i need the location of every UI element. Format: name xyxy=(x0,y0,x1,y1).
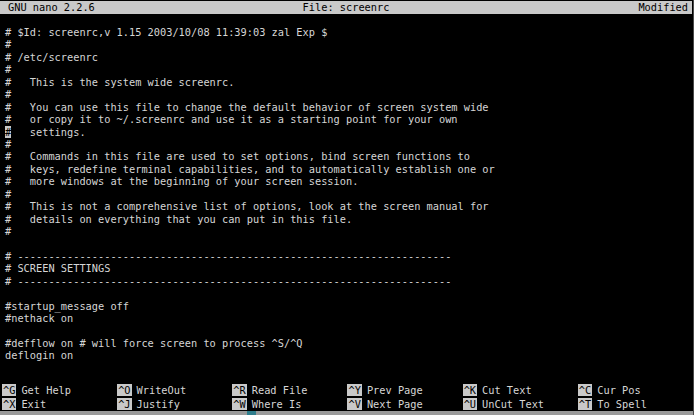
shortcut-item: ^VNext Page xyxy=(347,398,462,411)
shortcut-key-badge: ^J xyxy=(117,398,131,410)
editor-line[interactable]: # keys, redefine terminal capabilities, … xyxy=(5,163,693,175)
editor-line[interactable]: # --------------------------------------… xyxy=(5,250,693,262)
shortcut-label: To Spell xyxy=(597,398,647,410)
shortcut-key-badge: ^O xyxy=(117,384,131,396)
shortcut-label: Prev Page xyxy=(367,384,423,396)
file-title: File: screenrc xyxy=(0,1,692,13)
editor-line[interactable]: # settings. xyxy=(5,126,693,138)
editor-line[interactable]: # SCREEN SETTINGS xyxy=(5,262,693,274)
shortcut-label: Cur Pos xyxy=(597,384,640,396)
editor-line[interactable] xyxy=(5,325,693,337)
shortcut-key-badge: ^K xyxy=(463,384,477,396)
shortcut-label: Next Page xyxy=(367,398,423,410)
editor-line[interactable] xyxy=(5,287,693,299)
editor-line[interactable]: #defflow on # will force screen to proce… xyxy=(5,337,693,349)
shortcut-bar: ^GGet Help^OWriteOut^RRead File^YPrev Pa… xyxy=(2,384,693,411)
window-bottom-edge xyxy=(0,411,693,415)
shortcut-item: ^YPrev Page xyxy=(347,384,462,397)
shortcut-key-badge: ^X xyxy=(2,398,16,410)
shortcut-item: ^JJustify xyxy=(117,398,232,411)
shortcut-item: ^XExit xyxy=(2,398,117,411)
shortcut-key-badge: ^G xyxy=(2,384,16,396)
shortcut-label: Cut Text xyxy=(482,384,532,396)
editor-line[interactable] xyxy=(5,237,693,249)
editor-line[interactable]: # --------------------------------------… xyxy=(5,275,693,287)
editor-line[interactable]: # This is the system wide screenrc. xyxy=(5,76,693,88)
shortcut-item: ^TTo Spell xyxy=(578,398,693,411)
shortcut-item: ^KCut Text xyxy=(463,384,578,397)
shortcut-label: Exit xyxy=(21,398,46,410)
editor-line[interactable]: # xyxy=(5,88,693,100)
shortcut-key-badge: ^R xyxy=(232,384,246,396)
editor-line[interactable]: # xyxy=(5,188,693,200)
shortcut-key-badge: ^U xyxy=(463,398,477,410)
shortcut-label: Get Help xyxy=(21,384,71,396)
editor-line[interactable]: # or copy it to ~/.screenrc and use it a… xyxy=(5,113,693,125)
title-bar: GNU nano 2.2.6 File: screenrc Modified xyxy=(0,1,692,14)
shortcut-key-badge: ^Y xyxy=(347,384,361,396)
shortcut-label: UnCut Text xyxy=(482,398,544,410)
app-version-title: GNU nano 2.2.6 xyxy=(8,1,95,13)
editor-line[interactable]: # /etc/screenrc xyxy=(5,51,693,63)
editor-line[interactable]: # This is not a comprehensive list of op… xyxy=(5,200,693,212)
editor-area[interactable]: # $Id: screenrc,v 1.15 2003/10/08 11:39:… xyxy=(5,26,693,362)
shortcut-key-badge: ^C xyxy=(578,384,592,396)
bottom-edge-accent xyxy=(247,411,256,415)
shortcut-label: Read File xyxy=(252,384,308,396)
shortcut-key-badge: ^W xyxy=(232,398,246,410)
text-cursor: # xyxy=(5,126,11,138)
editor-line[interactable]: # xyxy=(5,63,693,75)
shortcut-key-badge: ^V xyxy=(347,398,361,410)
shortcut-label: Where Is xyxy=(252,398,302,410)
editor-line[interactable]: # xyxy=(5,38,693,50)
editor-line[interactable]: # xyxy=(5,225,693,237)
shortcut-item: ^UUnCut Text xyxy=(463,398,578,411)
editor-line[interactable]: # Commands in this file are used to set … xyxy=(5,150,693,162)
editor-line[interactable]: # $Id: screenrc,v 1.15 2003/10/08 11:39:… xyxy=(5,26,693,38)
editor-line[interactable]: # more windows at the beginning of your … xyxy=(5,175,693,187)
nano-terminal-window[interactable]: GNU nano 2.2.6 File: screenrc Modified #… xyxy=(0,0,694,415)
editor-line[interactable]: deflogin on xyxy=(5,349,693,361)
shortcut-label: Justify xyxy=(137,398,180,410)
editor-line[interactable]: # details on everything that you can put… xyxy=(5,213,693,225)
shortcut-key-badge: ^T xyxy=(578,398,592,410)
editor-line[interactable]: # xyxy=(5,138,693,150)
editor-line[interactable]: # You can use this file to change the de… xyxy=(5,101,693,113)
shortcut-item: ^CCur Pos xyxy=(578,384,693,397)
editor-line[interactable]: #nethack on xyxy=(5,312,693,324)
shortcut-item: ^OWriteOut xyxy=(117,384,232,397)
shortcut-item: ^RRead File xyxy=(232,384,347,397)
modified-badge: Modified xyxy=(638,1,688,13)
shortcut-item: ^GGet Help xyxy=(2,384,117,397)
editor-line[interactable]: #startup_message off xyxy=(5,300,693,312)
shortcut-label: WriteOut xyxy=(137,384,187,396)
shortcut-item: ^WWhere Is xyxy=(232,398,347,411)
